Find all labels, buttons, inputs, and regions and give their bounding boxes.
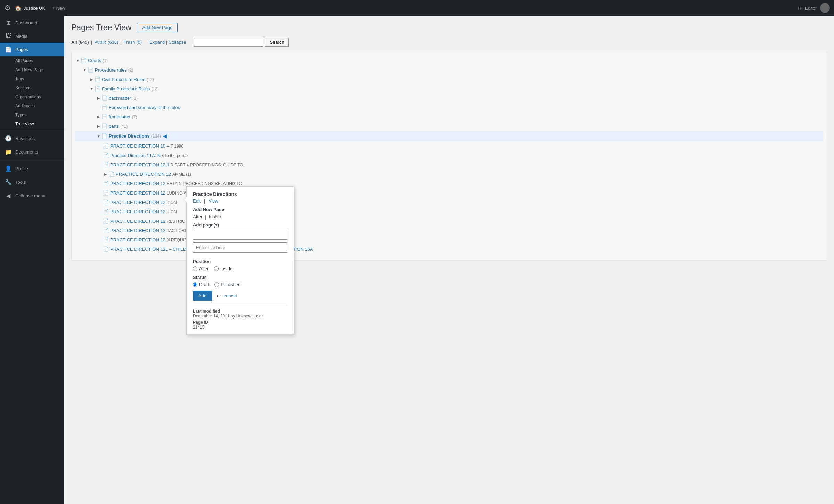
tree-node-pd12ii[interactable]: PRACTICE DIRECTION 12 II [110,162,169,168]
popup-inside-link[interactable]: Inside [209,214,221,220]
add-new-page-button[interactable]: Add New Page [137,23,178,32]
documents-icon: 📁 [5,149,12,155]
sidebar-item-documents[interactable]: 📁 Documents [0,145,64,159]
tree-row: 📄 Practice Direction 11A: N s to the pol… [75,151,823,160]
tree-node-pd12g[interactable]: PRACTICE DIRECTION 12 [110,218,165,225]
sidebar-item-tools[interactable]: 🔧 Tools [0,175,64,189]
popup-template-input[interactable]: New Practice Direction [193,230,287,240]
tree-count: (12) [147,76,154,83]
popup-position-inside[interactable]: Inside [214,266,232,271]
filter-public[interactable]: Public (638) [94,40,118,45]
page-icon: 📄 [103,199,109,206]
tree-node-pd12b[interactable]: PRACTICE DIRECTION 12 [116,171,171,178]
admin-bar: ⚙ 🏠 Justice UK + New Hi, Editor [0,0,834,16]
status-published-radio[interactable] [214,282,219,287]
tree-count: (1) [132,95,138,101]
toggle-frontmatter[interactable]: ▶ [96,114,101,119]
page-icon: 📄 [103,236,109,243]
popup-after-link[interactable]: After [193,214,202,220]
toggle-procedure-rules[interactable]: ▼ [82,67,88,73]
sidebar-item-pages[interactable]: 📄 Pages [0,43,64,56]
sidebar-label-media: Media [15,34,27,39]
status-draft-radio[interactable] [193,282,197,287]
popup-position-after[interactable]: After [193,266,208,271]
tree-node-foreword[interactable]: Foreword and summary of the rules [109,104,180,111]
tree-node-pd12c[interactable]: PRACTICE DIRECTION 12 [110,180,165,187]
filter-all-label[interactable]: All (640) [71,40,89,45]
tree-node-courts[interactable]: Courts [88,57,101,64]
popup-title-input[interactable] [193,242,287,253]
search-button[interactable]: Search [265,38,288,47]
tree-node-pd12d[interactable]: PRACTICE DIRECTION 12 [110,190,165,197]
tree-row: ▶ 📄 parts (41) [75,122,823,131]
popup-cancel-link[interactable]: cancel [224,293,237,298]
popup-add-new-section-label: Add New Page [193,207,287,212]
toggle-civil[interactable]: ▶ [89,77,95,82]
page-icon: 📄 [101,113,107,121]
tree-node-practice-directions[interactable]: Practice Directions [109,133,150,140]
filter-trash[interactable]: Trash (0) [124,40,142,45]
popup-edit-link[interactable]: Edit [193,198,201,204]
filter-bar: All (640) | Public (638) | Trash (0) Exp… [71,38,827,47]
tree-row: ▶ 📄 PRACTICE DIRECTION 12 AMME (1) [75,170,823,179]
sidebar-collapse-menu[interactable]: ◀ Collapse menu [0,189,64,203]
position-inside-radio[interactable] [214,266,219,271]
sidebar-label-profile: Profile [15,166,28,171]
popup-add-button[interactable]: Add [193,291,212,301]
tree-row: ▼ 📄 Courts (1) [75,56,823,65]
main-content: Pages Tree View Add New Page All (640) |… [64,16,834,504]
tree-node-parts[interactable]: parts [109,123,119,130]
page-icon: 📄 [103,217,109,225]
page-icon: 📄 [103,180,109,187]
submenu-all-pages[interactable]: All Pages [0,56,64,65]
collapse-icon: ◀ [5,192,12,199]
submenu-tree-view[interactable]: Tree View [0,119,64,129]
new-link[interactable]: + New [51,5,65,11]
submenu-sections[interactable]: Sections [0,83,64,92]
pd-suffix: TION [167,199,177,206]
last-modified-label: Last modified [193,309,287,314]
tree-node-family[interactable]: Family Procedure Rules [102,85,150,92]
greeting: Hi, Editor [798,6,817,11]
popup-status-group: Draft Published [193,282,287,287]
toggle-pd12[interactable]: ▶ [103,172,108,177]
tree-node-frontmatter[interactable]: frontmatter [109,114,131,121]
tree-node-pd12i[interactable]: PRACTICE DIRECTION 12 [110,237,165,243]
popup-view-link[interactable]: View [208,198,218,204]
submenu-add-new-page[interactable]: Add New Page [0,65,64,74]
toggle-family[interactable]: ▼ [89,86,95,91]
tree-node-pd12f[interactable]: PRACTICE DIRECTION 12 [110,208,165,215]
popup-status-draft[interactable]: Draft [193,282,209,287]
expand-link[interactable]: Expand [149,40,165,45]
toggle-practice-directions[interactable]: ▼ [96,134,101,139]
page-icon: 📄 [103,246,109,253]
submenu-tags[interactable]: Tags [0,74,64,83]
tree-node-pd10[interactable]: PRACTICE DIRECTION 10 – [110,143,169,150]
submenu-organisations[interactable]: Organisations [0,92,64,101]
page-icon: 📄 [103,208,109,215]
tree-node-civil[interactable]: Civil Procedure Rules [102,76,145,83]
sidebar-item-profile[interactable]: 👤 Profile [0,162,64,175]
tree-node-pd12e[interactable]: PRACTICE DIRECTION 12 [110,199,165,206]
tree-count: (104) [151,133,161,139]
search-input[interactable] [194,38,263,47]
toggle-courts[interactable]: ▼ [75,58,81,63]
submenu-types[interactable]: Types [0,110,64,119]
wp-logo-icon: ⚙ [4,3,11,13]
submenu-audiences[interactable]: Audiences [0,101,64,110]
toggle-backmatter[interactable]: ▶ [96,96,101,101]
sidebar-item-media[interactable]: 🖼 Media [0,30,64,43]
tree-node-pd11a[interactable]: Practice Direction 11A: N [110,152,161,159]
site-link[interactable]: 🏠 Justice UK [15,5,45,11]
sidebar-item-revisions[interactable]: 🕐 Revisions [0,132,64,145]
toggle-parts[interactable]: ▶ [96,124,101,129]
collapse-link[interactable]: Collapse [169,40,186,45]
popup-status-published[interactable]: Published [214,282,240,287]
sidebar-item-dashboard[interactable]: ⊞ Dashboard [0,16,64,30]
position-after-radio[interactable] [193,266,197,271]
tree-node-backmatter[interactable]: backmatter [109,95,131,102]
tree-count: (7) [132,114,137,120]
expand-collapse-group: Expand | Collapse [149,40,186,45]
tree-node-procedure-rules[interactable]: Procedure rules [95,67,127,74]
tree-node-pd12h[interactable]: PRACTICE DIRECTION 12 [110,227,165,234]
